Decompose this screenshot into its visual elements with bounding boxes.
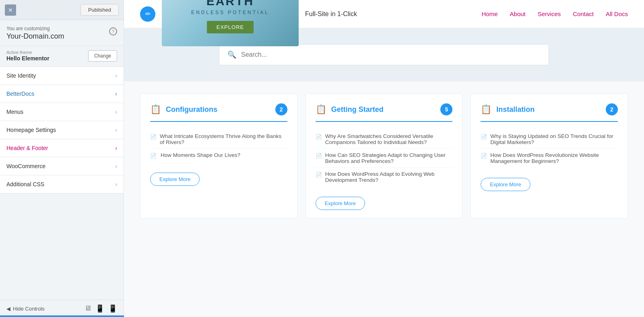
chevron-right-icon: ›	[115, 109, 117, 115]
card-title: Configurations	[166, 105, 217, 114]
search-icon: 🔍	[227, 50, 236, 59]
card-title-wrap: 📋 Getting Started	[316, 104, 384, 115]
doc-item-text: How Does WordPress Revolutionize Website…	[490, 152, 618, 164]
published-button[interactable]: Published	[80, 4, 119, 16]
main-content: ✏ EARTH ENDLESS POTENTIAL EXPLORE Full-S…	[124, 0, 644, 317]
theme-label: Active theme	[6, 50, 50, 55]
tablet-icon[interactable]: 📱	[95, 304, 104, 313]
top-navigation: HomeAboutServicesContactAll Docs	[482, 10, 628, 17]
hide-controls-label: Hide Controls	[13, 306, 45, 312]
count-badge: 2	[606, 103, 618, 115]
sidebar-item-menus[interactable]: Menus ›	[0, 103, 124, 121]
count-badge: 2	[275, 103, 287, 115]
nav-menu: Site Identity › BetterDocs › Menus › Hom…	[0, 67, 124, 300]
doc-list: 📄 What Intricate Ecosystems Thrive Along…	[150, 130, 287, 162]
sidebar-item-label: Menus	[6, 109, 23, 115]
customizing-label: You are customizing	[6, 26, 64, 31]
doc-list: 📄 Why is Staying Updated on SEO Trends C…	[481, 130, 618, 167]
theme-section: Active theme Hello Elementor Change	[0, 46, 124, 67]
sidebar-item-site-identity[interactable]: Site Identity ›	[0, 67, 124, 85]
sidebar-item-header-footer[interactable]: Header & Footer ›	[0, 139, 124, 157]
doc-list-item[interactable]: 📄 How Can SEO Strategies Adapt to Changi…	[316, 149, 453, 168]
card-icon: 📋	[150, 104, 161, 115]
doc-item-text: How Can SEO Strategies Adapt to Changing…	[325, 152, 453, 164]
document-icon: 📄	[481, 134, 486, 140]
doc-list-item[interactable]: 📄 How Moments Shape Our Lives?	[150, 149, 287, 162]
banner-subtitle: ENDLESS POTENTIAL	[191, 10, 269, 15]
doc-item-text: How Moments Shape Our Lives?	[161, 152, 240, 158]
sidebar-item-additional-css[interactable]: Additional CSS ›	[0, 175, 124, 193]
doc-list-item[interactable]: 📄 How Does WordPress Adapt to Evolving W…	[316, 168, 453, 186]
chevron-right-icon: ›	[115, 181, 117, 187]
top-bar: ✏ EARTH ENDLESS POTENTIAL EXPLORE Full-S…	[124, 0, 644, 28]
banner-area: ✏ EARTH ENDLESS POTENTIAL EXPLORE Full-S…	[140, 0, 357, 46]
sidebar-item-label: Additional CSS	[6, 181, 44, 187]
card-header: 📋 Configurations 2	[150, 103, 287, 122]
document-icon: 📄	[481, 153, 486, 159]
banner-image: EARTH ENDLESS POTENTIAL EXPLORE	[162, 0, 299, 46]
banner-explore-button[interactable]: EXPLORE	[207, 21, 254, 33]
card-title-wrap: 📋 Installation	[481, 104, 535, 115]
sidebar-item-label: BetterDocs	[6, 91, 34, 97]
sidebar-item-betterdocs[interactable]: BetterDocs ›	[0, 85, 124, 103]
banner-title: EARTH	[206, 0, 254, 8]
document-icon: 📄	[150, 134, 156, 140]
edit-icon[interactable]: ✏	[140, 6, 155, 22]
sidebar-item-homepage-settings[interactable]: Homepage Settings ›	[0, 121, 124, 139]
panel-footer: ◀ Hide Controls 🖥 📱 📱	[0, 300, 124, 317]
chevron-right-icon: ›	[115, 127, 117, 133]
help-icon[interactable]: ?	[109, 27, 117, 35]
doc-card-configurations: 📋 Configurations 2 📄 What Intricate Ecos…	[140, 93, 297, 218]
progress-bar	[0, 315, 124, 317]
mobile-icon[interactable]: 📱	[108, 304, 117, 313]
document-icon: 📄	[150, 153, 157, 159]
sidebar-item-label: WooCommerce	[6, 163, 45, 169]
doc-list-item[interactable]: 📄 Why Are Smartwatches Considered Versat…	[316, 130, 453, 149]
top-nav-item-all-docs[interactable]: All Docs	[606, 10, 628, 17]
doc-list-item[interactable]: 📄 What Intricate Ecosystems Thrive Along…	[150, 130, 287, 149]
chevron-right-icon: ›	[115, 72, 117, 79]
search-bar: 🔍	[219, 44, 549, 65]
explore-more-button[interactable]: Explore More	[316, 197, 365, 210]
top-nav-item-services[interactable]: Services	[538, 10, 561, 17]
chevron-right-icon: ›	[115, 91, 117, 97]
document-icon: 📄	[316, 134, 321, 140]
doc-item-text: Why Are Smartwatches Considered Versatil…	[325, 133, 453, 145]
doc-card-getting-started: 📋 Getting Started 5 📄 Why Are Smartwatch…	[305, 93, 463, 218]
view-icons-group: 🖥 📱 📱	[84, 304, 117, 313]
document-icon: 📄	[316, 153, 321, 159]
top-nav-item-home[interactable]: Home	[482, 10, 498, 17]
customizer-panel: ✕ Published You are customizing Your-Dom…	[0, 0, 124, 317]
top-nav-item-about[interactable]: About	[510, 10, 526, 17]
chevron-right-icon: ›	[115, 163, 117, 169]
sidebar-item-woocommerce[interactable]: WooCommerce ›	[0, 157, 124, 175]
document-icon: 📄	[316, 172, 321, 178]
count-badge: 5	[440, 103, 452, 115]
chevron-right-icon: ›	[115, 145, 117, 151]
docs-section: 📋 Configurations 2 📄 What Intricate Ecos…	[124, 81, 644, 231]
hide-controls-button[interactable]: ◀ Hide Controls	[6, 306, 45, 312]
chevron-left-icon: ◀	[6, 306, 10, 312]
card-title: Getting Started	[331, 105, 384, 114]
desktop-icon[interactable]: 🖥	[84, 304, 91, 313]
panel-header: ✕ Published	[0, 0, 124, 20]
card-title: Installation	[496, 105, 535, 114]
theme-name: Hello Elementor	[6, 55, 50, 62]
top-nav-item-contact[interactable]: Contact	[573, 10, 594, 17]
card-icon: 📋	[316, 104, 326, 115]
close-button[interactable]: ✕	[5, 4, 16, 16]
sidebar-item-label: Header & Footer	[6, 145, 48, 151]
full-site-text: Full-Site in 1-Click	[305, 10, 357, 18]
doc-item-text: What Intricate Ecosystems Thrive Along t…	[160, 133, 287, 145]
doc-list-item[interactable]: 📄 Why is Staying Updated on SEO Trends C…	[481, 130, 618, 149]
change-theme-button[interactable]: Change	[88, 50, 117, 62]
card-icon: 📋	[481, 104, 491, 115]
doc-list-item[interactable]: 📄 How Does WordPress Revolutionize Websi…	[481, 149, 618, 167]
explore-more-button[interactable]: Explore More	[481, 178, 530, 191]
card-header: 📋 Installation 2	[481, 103, 618, 122]
sidebar-item-label: Site Identity	[6, 72, 36, 79]
search-input[interactable]	[241, 51, 541, 58]
explore-more-button[interactable]: Explore More	[150, 173, 200, 186]
card-header: 📋 Getting Started 5	[316, 103, 453, 122]
doc-item-text: How Does WordPress Adapt to Evolving Web…	[325, 171, 453, 183]
